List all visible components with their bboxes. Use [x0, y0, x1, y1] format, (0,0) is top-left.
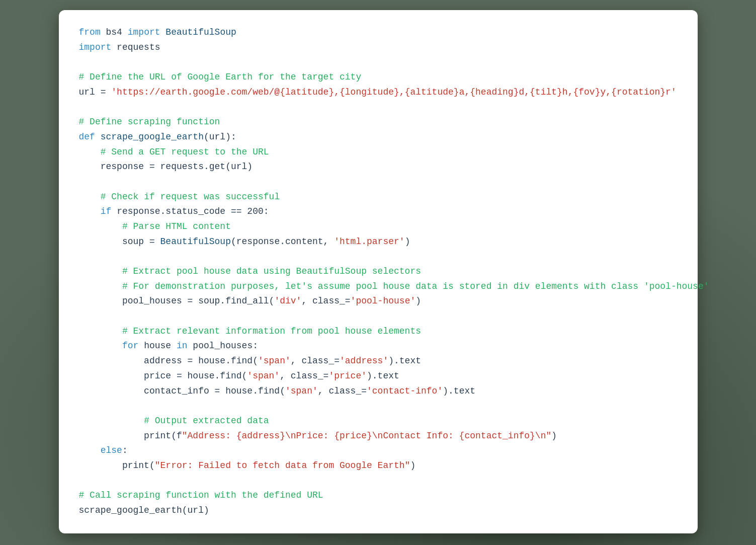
code-token: # Extract pool house data using Beautifu…	[122, 266, 421, 276]
code-line: if response.status_code == 200:	[79, 204, 678, 219]
code-line: pool_houses = soup.find_all('div', class…	[79, 294, 678, 309]
code-line: address = house.find('span', class_='add…	[79, 354, 678, 369]
code-token: print(f	[79, 431, 182, 441]
code-line	[79, 175, 678, 190]
code-token	[95, 132, 101, 142]
code-token: response.status_code == 200:	[111, 206, 269, 216]
code-token: 'https://earth.google.com/web/@{latitude…	[111, 87, 676, 97]
code-token: , class_=	[291, 356, 340, 366]
code-token: BeautifulSoup	[165, 27, 236, 37]
code-token: , class_=	[280, 371, 328, 381]
code-line	[79, 474, 678, 489]
code-token	[79, 221, 122, 231]
code-token: # Send a GET request to the URL	[101, 147, 269, 157]
code-token: 'contact-info'	[367, 386, 443, 396]
code-token: # For demonstration purposes, let's assu…	[122, 281, 709, 291]
code-line: # Check if request was successful	[79, 190, 678, 205]
code-line: # Send a GET request to the URL	[79, 145, 678, 160]
code-line: else:	[79, 443, 678, 458]
code-token: "Error: Failed to fetch data from Google…	[155, 460, 410, 471]
code-token: BeautifulSoup	[160, 237, 231, 247]
code-line: soup = BeautifulSoup(response.content, '…	[79, 235, 678, 250]
code-token: 'address'	[340, 356, 388, 366]
code-token: # Check if request was successful	[101, 192, 280, 202]
code-token: # Call scraping function with the define…	[79, 490, 323, 500]
code-token: requests	[111, 42, 160, 52]
code-token: )	[405, 237, 410, 247]
code-token: # Parse HTML content	[122, 221, 231, 231]
code-line: for house in pool_houses:	[79, 339, 678, 354]
code-token: )	[410, 460, 415, 471]
code-line: scrape_google_earth(url)	[79, 503, 678, 518]
code-token: 'pool-house'	[351, 296, 416, 306]
code-token: (response.content,	[231, 237, 334, 247]
code-line	[79, 399, 678, 414]
code-token: , class_=	[318, 386, 367, 396]
code-token: def	[79, 132, 95, 142]
code-token: print(	[79, 460, 155, 471]
code-token	[79, 192, 101, 202]
code-token: house	[138, 341, 177, 351]
code-line	[79, 249, 678, 264]
code-token: from	[79, 27, 101, 37]
code-line: # Define scraping function	[79, 115, 678, 130]
code-token: ).text	[388, 356, 421, 366]
code-token	[160, 27, 166, 37]
code-token: 'div'	[274, 296, 301, 306]
code-token	[79, 416, 144, 426]
code-token: 'span'	[247, 371, 280, 381]
code-line: print(f"Address: {address}\nPrice: {pric…	[79, 429, 678, 444]
code-token: scrape_google_earth(url)	[79, 505, 209, 515]
code-line: # Call scraping function with the define…	[79, 488, 678, 503]
code-token: import	[128, 27, 160, 37]
code-line: # For demonstration purposes, let's assu…	[79, 279, 678, 294]
code-token	[79, 147, 101, 157]
code-line: price = house.find('span', class_='price…	[79, 369, 678, 384]
code-token: 'span'	[285, 386, 318, 396]
code-token	[79, 206, 101, 216]
code-line: print("Error: Failed to fetch data from …	[79, 458, 678, 474]
code-token: contact_info = house.find(	[79, 386, 285, 396]
code-token: 'html.parser'	[334, 237, 404, 247]
code-token: price = house.find(	[79, 371, 247, 381]
code-token: bs4	[101, 27, 128, 37]
code-token	[79, 266, 122, 276]
code-token: import	[79, 42, 112, 52]
code-token: )	[415, 296, 421, 306]
code-line: # Extract relevant information from pool…	[79, 324, 678, 339]
code-token	[79, 281, 122, 291]
code-token: "Address: {address}\nPrice: {price}\nCon…	[182, 431, 552, 441]
code-token	[79, 445, 101, 455]
code-token: # Extract relevant information from pool…	[122, 326, 421, 336]
code-token: # Output extracted data	[144, 416, 269, 426]
code-line: response = requests.get(url)	[79, 160, 678, 175]
code-token: 'span'	[258, 356, 291, 366]
code-token: url =	[79, 87, 112, 97]
code-content: from bs4 import BeautifulSoupimport requ…	[79, 25, 678, 518]
code-token: # Define scraping function	[79, 117, 220, 127]
code-token	[79, 341, 122, 351]
code-token: 'price'	[328, 371, 367, 381]
code-token: (url):	[204, 132, 236, 142]
code-line	[79, 309, 678, 324]
code-token: for	[122, 341, 138, 351]
code-line: # Define the URL of Google Earth for the…	[79, 70, 678, 85]
code-line: contact_info = house.find('span', class_…	[79, 384, 678, 399]
code-line: # Extract pool house data using Beautifu…	[79, 264, 678, 279]
code-token	[79, 326, 122, 336]
code-token: scrape_google_earth	[101, 132, 204, 142]
code-window: from bs4 import BeautifulSoupimport requ…	[59, 10, 698, 533]
code-line: # Output extracted data	[79, 414, 678, 429]
code-line: def scrape_google_earth(url):	[79, 130, 678, 145]
code-token: # Define the URL of Google Earth for the…	[79, 72, 362, 82]
code-token: ).text	[367, 371, 399, 381]
code-line	[79, 55, 678, 70]
code-line	[79, 100, 678, 115]
code-token: in	[177, 341, 188, 351]
code-line: from bs4 import BeautifulSoup	[79, 25, 678, 40]
code-token: pool_houses = soup.find_all(	[79, 296, 275, 306]
code-token: address = house.find(	[79, 356, 258, 366]
code-token: soup =	[79, 237, 160, 247]
code-token: pool_houses:	[188, 341, 258, 351]
code-token: else	[101, 445, 122, 455]
